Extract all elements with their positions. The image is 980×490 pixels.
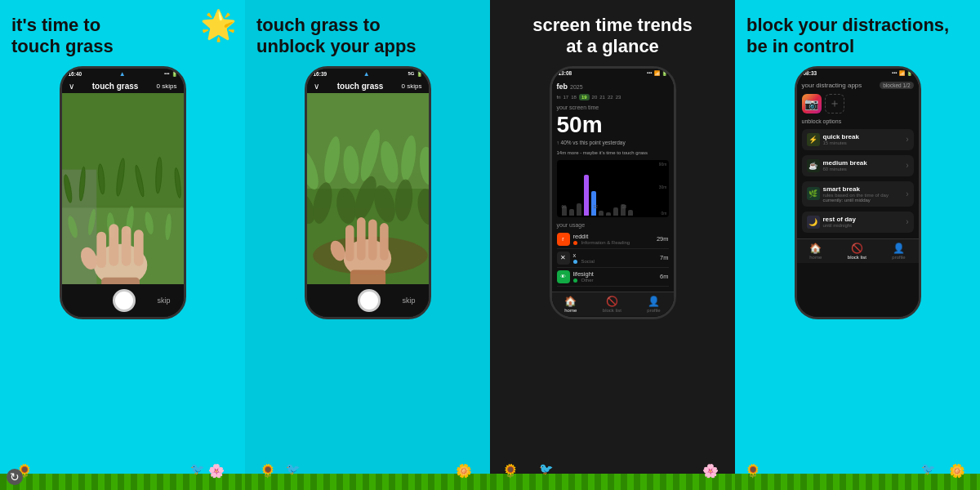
svg-rect-44	[368, 219, 377, 260]
shutter-btn-2[interactable]	[358, 289, 381, 312]
svg-rect-45	[380, 223, 389, 261]
flower-4: 🌼	[456, 463, 472, 479]
chevron-right-1: ›	[906, 135, 908, 144]
nav-arrow-1: ▲	[119, 70, 126, 78]
tab-home-4[interactable]: 🏠 home	[809, 243, 822, 260]
month-label: feb	[557, 82, 568, 91]
chevron-right-3: ›	[906, 189, 908, 198]
skip-label-1[interactable]: skip	[157, 296, 170, 305]
status-bar-3: 13:08 ▪▪▪ 📶 🔋	[552, 69, 674, 78]
phone-4: 08:33 ▪▪▪ 📶 🔋 your distracting apps bloc…	[795, 66, 921, 319]
status-right-2: 5G 🔋	[408, 71, 421, 77]
coffee-icon: ☕	[807, 159, 820, 172]
quick-break-option[interactable]: ⚡ quick break 15 minutes ›	[802, 129, 914, 150]
tab-blocklist-4[interactable]: 🚫 block list	[848, 243, 866, 260]
app-icons-row: 📷 ＋	[802, 94, 914, 114]
tab-profile-4[interactable]: 👤 profile	[892, 243, 905, 260]
panel-3-title: screen time trendsat a glance	[501, 15, 724, 58]
camera-footer-2: skip	[307, 284, 429, 317]
pixel-bottom-3: 🌻 🌸 🐦	[490, 453, 735, 490]
shutter-btn-1[interactable]	[113, 289, 136, 312]
tab-bar-4: 🏠 home 🚫 block list 👤 profile	[797, 238, 919, 263]
flower-5: 🌻	[502, 463, 519, 479]
unblock-options-label: unblock options	[802, 118, 914, 124]
instagram-icon[interactable]: 📷	[802, 94, 822, 114]
flower-2: 🌸	[208, 463, 225, 479]
panel-2-title: touch grass tounblock your apps	[256, 15, 479, 58]
svg-rect-18	[96, 231, 106, 267]
active-day: 19	[579, 94, 590, 100]
leaf-icon: 🌿	[807, 187, 820, 200]
skip-label-2[interactable]: skip	[402, 296, 415, 305]
sun-icon: 🌟	[200, 8, 237, 42]
smart-break-option[interactable]: 🌿 smart break rules based on the time of…	[802, 181, 914, 207]
bird-4: 🐦	[921, 462, 935, 475]
block-screen: your distracting apps blocked 1/2 📷 ＋ un…	[797, 78, 919, 238]
flower-7: 🌻	[745, 463, 761, 479]
svg-rect-47	[350, 270, 385, 284]
phone-2: 16:39 ▲ 5G 🔋 ∨ touch grass 0 skips	[305, 66, 431, 319]
pixel-grass-4	[735, 474, 980, 490]
trend-sub: 14m more - maybe it's time to touch gras…	[557, 150, 669, 155]
svg-rect-19	[109, 224, 118, 265]
status-bar-1: 16:40 ▲ ▪▪▪ 🔋	[62, 69, 184, 79]
distracting-apps-label: your distracting apps	[802, 82, 862, 89]
add-app-button[interactable]: ＋	[825, 94, 844, 114]
grass-bg-1	[62, 93, 184, 284]
status-right-1: ▪▪▪ 🔋	[164, 71, 176, 77]
moon-icon: 🌙	[807, 216, 820, 229]
trend-text: ↑ 40% vs this point yesterday	[557, 140, 669, 145]
tab-blocklist-3[interactable]: 🚫 block list	[603, 296, 621, 313]
big-time: 50m	[557, 112, 669, 138]
status-right-4: ▪▪▪ 📶 🔋	[892, 70, 911, 76]
chevron-right-2: ›	[906, 161, 908, 170]
time-4: 08:33	[804, 70, 817, 76]
block-header: your distracting apps blocked 1/2	[802, 82, 914, 89]
blocked-badge: blocked 1/2	[880, 82, 913, 89]
rest-of-day-option[interactable]: 🌙 rest of day until midnight ›	[802, 212, 914, 233]
tab-bar-3: 🏠 home 🚫 block list 👤 profile	[552, 292, 674, 316]
pixel-bottom-1: 🌻 🌸 🐦 ↻	[0, 453, 245, 490]
refresh-icon[interactable]: ↻	[7, 469, 23, 485]
skip-controls-1: ∨ touch grass 0 skips	[62, 79, 184, 93]
phone-1: 16:40 ▲ ▪▪▪ 🔋 ∨ touch grass 0 skips	[60, 66, 186, 319]
skip-controls-2: ∨ touch grass 0 skips	[307, 79, 429, 93]
pixel-bottom-4: 🌻 🌼 🐦	[735, 453, 980, 490]
time-3: 13:08	[559, 70, 572, 76]
pixel-grass-3	[490, 474, 735, 490]
tab-profile-3[interactable]: 👤 profile	[647, 296, 660, 313]
panel-1: it's time totouch grass 🌟 16:40 ▲ ▪▪▪ 🔋 …	[0, 0, 245, 490]
phone-3: 13:08 ▪▪▪ 📶 🔋 feb 2025 fri 17 18 19	[550, 66, 676, 319]
medium-break-option[interactable]: ☕ medium break 60 minutes ›	[802, 155, 914, 176]
camera-view-1	[62, 93, 184, 284]
pixel-bottom-2: 🌻 🌼 🐦	[245, 453, 490, 490]
svg-rect-23	[101, 278, 140, 284]
stats-screen: feb 2025 fri 17 18 19 20 21 22 23 your s…	[552, 78, 674, 292]
panel-4: block your distractions,be in control 08…	[735, 0, 980, 490]
usage-item-lifesight: 👁 lifesight Other 6m	[557, 268, 669, 287]
lightning-icon: ⚡	[807, 133, 820, 146]
svg-rect-42	[345, 225, 354, 261]
grass-svg-1	[62, 93, 184, 284]
camera-footer-1: skip	[62, 284, 184, 317]
flower-3: 🌻	[260, 463, 276, 479]
nav-arrow-2: ▲	[363, 70, 370, 78]
camera-view-2	[307, 93, 429, 284]
flower-6: 🌸	[702, 463, 719, 479]
panel-2: touch grass tounblock your apps 16:39 ▲ …	[245, 0, 490, 490]
year-label: 2025	[570, 84, 583, 90]
svg-rect-43	[357, 217, 366, 261]
usage-item-x: ✕ x Social 7m	[557, 249, 669, 268]
pixel-grass-2	[245, 474, 490, 490]
chevron-right-4: ›	[906, 217, 908, 226]
flower-8: 🌼	[949, 463, 965, 479]
time-1: 16:40	[69, 71, 82, 77]
panel-3: screen time trendsat a glance 13:08 ▪▪▪ …	[490, 0, 735, 490]
chart-area: 90m 30m 0m 06 12 18	[557, 160, 669, 217]
status-bar-2: 16:39 ▲ 5G 🔋	[307, 69, 429, 79]
bird-3: 🐦	[539, 462, 553, 475]
svg-rect-21	[133, 229, 143, 265]
tab-home-3[interactable]: 🏠 home	[564, 296, 577, 313]
screen-time-label: your screen time	[557, 105, 669, 110]
panel-4-title: block your distractions,be in control	[746, 15, 969, 58]
